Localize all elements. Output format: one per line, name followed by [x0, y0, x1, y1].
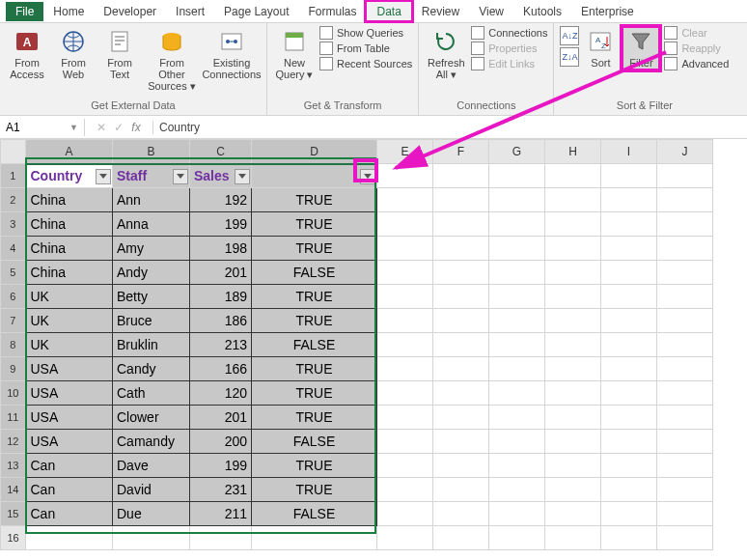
- cell[interactable]: [657, 526, 713, 550]
- tab-insert[interactable]: Insert: [166, 2, 214, 21]
- cell[interactable]: [26, 526, 113, 550]
- col-header-A[interactable]: A: [26, 140, 113, 164]
- cell[interactable]: [377, 454, 433, 478]
- col-header-I[interactable]: I: [601, 140, 657, 164]
- cell[interactable]: 189: [190, 285, 252, 309]
- clear-filter-button[interactable]: Clear: [664, 26, 729, 40]
- cell[interactable]: [545, 406, 601, 430]
- cell[interactable]: [377, 406, 433, 430]
- cell[interactable]: Cath: [113, 381, 190, 406]
- cell[interactable]: [657, 309, 713, 333]
- cell[interactable]: [601, 357, 657, 381]
- cell[interactable]: [545, 188, 601, 212]
- cell[interactable]: UK: [26, 333, 113, 357]
- cell[interactable]: [433, 454, 489, 478]
- cell[interactable]: [433, 237, 489, 261]
- advanced-filter-button[interactable]: Advanced: [664, 57, 729, 70]
- row-header[interactable]: 2: [1, 188, 26, 212]
- cell[interactable]: Betty: [113, 285, 190, 309]
- row-header[interactable]: 13: [1, 454, 26, 478]
- cell[interactable]: [489, 261, 545, 285]
- cell[interactable]: [601, 309, 657, 333]
- cell[interactable]: [489, 381, 545, 406]
- cell[interactable]: Clower: [113, 406, 190, 430]
- cell[interactable]: TRUE: [252, 237, 377, 261]
- cell[interactable]: [433, 261, 489, 285]
- cell[interactable]: [657, 285, 713, 309]
- fx-icon[interactable]: fx: [131, 121, 140, 134]
- cell[interactable]: [657, 237, 713, 261]
- row-header[interactable]: 7: [1, 309, 26, 333]
- from-table-button[interactable]: From Table: [319, 42, 412, 55]
- cell[interactable]: [377, 164, 433, 188]
- cell[interactable]: [489, 526, 545, 550]
- cell[interactable]: [489, 406, 545, 430]
- tab-view[interactable]: View: [469, 2, 513, 21]
- cell[interactable]: China: [26, 261, 113, 285]
- cell[interactable]: 231: [190, 478, 252, 502]
- cell[interactable]: [657, 502, 713, 526]
- cell[interactable]: Sales: [190, 164, 252, 188]
- cell[interactable]: [377, 381, 433, 406]
- cell[interactable]: 120: [190, 381, 252, 406]
- filter-dropdown-A[interactable]: [96, 169, 111, 184]
- cell[interactable]: [657, 430, 713, 454]
- cell[interactable]: [657, 261, 713, 285]
- cell[interactable]: [433, 188, 489, 212]
- cell[interactable]: [601, 406, 657, 430]
- cell[interactable]: [252, 526, 377, 550]
- cell[interactable]: [377, 526, 433, 550]
- cell[interactable]: [601, 454, 657, 478]
- cell[interactable]: Can: [26, 502, 113, 526]
- cell[interactable]: [433, 357, 489, 381]
- cell[interactable]: USA: [26, 381, 113, 406]
- filter-button[interactable]: Filter: [622, 26, 660, 70]
- cell[interactable]: [545, 454, 601, 478]
- cell[interactable]: 201: [190, 406, 252, 430]
- name-box[interactable]: A1▼: [0, 119, 85, 136]
- reapply-button[interactable]: Reapply: [664, 42, 729, 55]
- cell[interactable]: [601, 381, 657, 406]
- cell[interactable]: [601, 502, 657, 526]
- cell[interactable]: China: [26, 237, 113, 261]
- cell[interactable]: [190, 526, 252, 550]
- cell[interactable]: TRUE: [252, 357, 377, 381]
- cell[interactable]: [489, 333, 545, 357]
- sort-button[interactable]: AZ Sort: [583, 26, 618, 70]
- cell[interactable]: Can: [26, 478, 113, 502]
- cell[interactable]: [601, 212, 657, 237]
- col-header-B[interactable]: B: [113, 140, 190, 164]
- cancel-icon[interactable]: ✕: [97, 121, 106, 134]
- row-header[interactable]: 16: [1, 526, 26, 550]
- cell[interactable]: [433, 406, 489, 430]
- properties-button[interactable]: Properties: [471, 42, 547, 55]
- cell[interactable]: [489, 478, 545, 502]
- cell[interactable]: [545, 333, 601, 357]
- cell[interactable]: 166: [190, 357, 252, 381]
- cell[interactable]: TRUE: [252, 285, 377, 309]
- sort-az-button[interactable]: A↓Z: [560, 26, 579, 45]
- cell[interactable]: [433, 526, 489, 550]
- cell[interactable]: [377, 357, 433, 381]
- cell[interactable]: [252, 164, 377, 188]
- cell[interactable]: [377, 333, 433, 357]
- cell[interactable]: [657, 357, 713, 381]
- cell[interactable]: Due: [113, 502, 190, 526]
- cell[interactable]: [433, 309, 489, 333]
- cell[interactable]: USA: [26, 430, 113, 454]
- cell[interactable]: FALSE: [252, 502, 377, 526]
- tab-kutools[interactable]: Kutools: [513, 2, 571, 21]
- cell[interactable]: [545, 164, 601, 188]
- cell[interactable]: [489, 502, 545, 526]
- cell[interactable]: Bruklin: [113, 333, 190, 357]
- cell[interactable]: [657, 478, 713, 502]
- cell[interactable]: [377, 188, 433, 212]
- cell[interactable]: [489, 164, 545, 188]
- row-header[interactable]: 11: [1, 406, 26, 430]
- cell[interactable]: 186: [190, 309, 252, 333]
- tab-home[interactable]: Home: [43, 2, 94, 21]
- cell[interactable]: [377, 478, 433, 502]
- cell[interactable]: 201: [190, 261, 252, 285]
- enter-icon[interactable]: ✓: [114, 121, 124, 134]
- tab-data[interactable]: Data: [366, 1, 411, 21]
